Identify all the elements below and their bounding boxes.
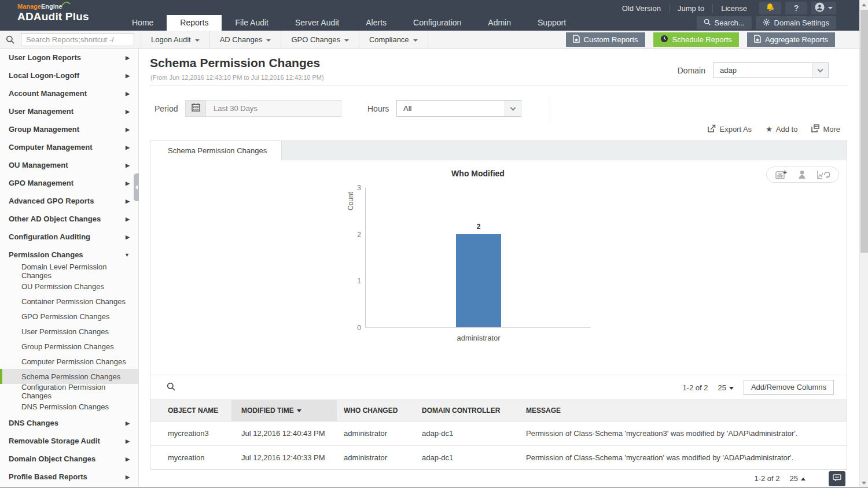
report-search-icon[interactable] [0,31,20,49]
jump-to-link[interactable]: Jump to [669,4,712,13]
domain-label: Domain [678,66,705,75]
nav-tab-server-audit[interactable]: Server Audit [282,15,352,31]
help-button[interactable]: ? [785,2,807,14]
sidebar-item-other-ad-object-changes[interactable]: Other AD Object Changes▶ [0,210,138,228]
refresh-chart-icon[interactable] [817,170,830,179]
search-icon [704,19,711,27]
sidebar-item-user-management[interactable]: User Management▶ [0,102,138,120]
page-scrollbar[interactable] [859,0,868,488]
page-size-dropdown[interactable]: 25 [790,474,806,483]
nav-tab-admin[interactable]: Admin [475,15,524,31]
sidebar-item-user-logon-reports[interactable]: User Logon Reports▶ [0,49,138,66]
cell-who-changed: administrator [337,446,415,470]
sidebar-item-profile-based-reports[interactable]: Profile Based Reports▶ [0,468,138,486]
menu-gpo-changes[interactable]: GPO Changes [281,31,359,49]
nav-tab-home[interactable]: Home [119,15,167,31]
add-remove-columns-button[interactable]: Add/Remove Columns [744,380,834,395]
user-avatar-icon [815,2,825,14]
notifications-button[interactable] [759,2,781,14]
menu-logon-audit[interactable]: Logon Audit [141,31,210,49]
aggregate-reports-button[interactable]: Aggregate Reports [747,32,835,47]
global-search-button[interactable]: Search... [697,16,752,29]
calendar-button[interactable] [185,100,206,117]
sidebar-item-schema-permission-changes[interactable]: Schema Permission Changes [0,369,138,384]
add-to-button[interactable]: ★ Add to [766,124,797,134]
sidebar-item-configuration-auditing[interactable]: Configuration Auditing▶ [0,228,138,246]
feedback-chat-button[interactable] [829,471,845,486]
nav-tab-file-audit[interactable]: File Audit [222,15,282,31]
hours-select[interactable]: All [396,100,521,117]
y-axis-label: Count [347,188,355,214]
sidebar-item-configuration-permission-changes[interactable]: Configuration Permission Changes [0,384,138,399]
schedule-reports-button[interactable]: Schedule Reports [653,32,739,47]
export-icon [708,124,716,134]
report-action-buttons: Custom Reports Schedule Reports Aggregat… [566,32,835,47]
y-tick-label: 1 [347,277,361,285]
sidebar-item-ou-permission-changes[interactable]: OU Permission Changes [0,279,138,294]
sidebar-item-gpo-permission-changes[interactable]: GPO Permission Changes [0,309,138,324]
user-menu-button[interactable] [811,2,836,14]
column-header-message[interactable]: MESSAGE [519,400,847,422]
sidebar-item-group-permission-changes[interactable]: Group Permission Changes [0,339,138,354]
tab-schema-permission-changes[interactable]: Schema Permission Changes [150,141,282,160]
select-dropdown-button[interactable] [505,101,521,116]
sidebar-item-advanced-gpo-reports[interactable]: Advanced GPO Reports▶ [0,192,138,210]
sidebar-item-gpo-management[interactable]: GPO Management▶ [0,174,138,192]
caret-down-icon [729,387,734,390]
chart-bar-administrator[interactable] [456,234,501,327]
table-row[interactable]: mycreation Jul 12,2016 12:40:33 PM admin… [150,446,847,470]
column-header-modified-time[interactable]: MODIFIED TIME [231,400,337,422]
sidebar-collapse-handle[interactable] [134,173,139,201]
table-search-icon[interactable] [167,382,175,393]
domain-settings-button[interactable]: Domain Settings [756,16,836,29]
column-header-who-changed[interactable]: WHO CHANGED [337,400,415,422]
table-header-row: OBJECT NAME MODIFIED TIME WHO CHANGED DO… [150,400,847,422]
sidebar-item-domain-object-changes[interactable]: Domain Object Changes▶ [0,450,138,468]
search-button-label: Search... [715,19,745,27]
select-dropdown-button[interactable] [812,63,828,77]
sidebar-item-computer-management[interactable]: Computer Management▶ [0,138,138,156]
table-row[interactable]: mycreation3 Jul 12,2016 12:40:43 PM admi… [150,422,847,446]
sidebar-item-ou-management[interactable]: OU Management▶ [0,156,138,174]
sidebar-item-group-management[interactable]: Group Management▶ [0,120,138,138]
page-size-dropdown[interactable]: 25 [718,383,733,392]
domain-selected-value: adap [720,66,737,75]
user-chart-icon[interactable] [797,170,807,179]
nav-tab-support[interactable]: Support [524,15,579,31]
nav-tab-reports[interactable]: Reports [167,15,222,31]
sidebar-item-permission-changes[interactable]: Permission Changes▼ [0,246,138,264]
cell-message: Permission of Class-Schema 'mycreation' … [519,446,847,470]
sidebar-item-dns-permission-changes[interactable]: DNS Permission Changes [0,399,138,414]
report-search-input[interactable] [21,33,134,46]
sidebar-item-removable-storage-audit[interactable]: Removable Storage Audit▶ [0,432,138,450]
sidebar-item-dns-changes[interactable]: DNS Changes▶ [0,414,138,432]
chevron-right-icon: ▶ [126,91,130,97]
sidebar-item-account-management[interactable]: Account Management▶ [0,84,138,102]
sidebar-item-container-permission-changes[interactable]: Container Permission Changes [0,294,138,309]
sidebar-item-user-permission-changes[interactable]: User Permission Changes [0,324,138,339]
column-header-object-name[interactable]: OBJECT NAME [150,400,231,422]
nav-tab-configuration[interactable]: Configuration [400,15,475,31]
domain-selector-row: Domain adap [678,62,829,78]
scrollbar-thumb[interactable] [860,10,868,253]
nav-tab-alerts[interactable]: Alerts [352,15,400,31]
chevron-right-icon: ▶ [126,55,130,61]
menu-ad-changes[interactable]: AD Changes [210,31,282,49]
sidebar-item-domain-level-permission-changes[interactable]: Domain Level Permission Changes [0,264,138,279]
domain-select[interactable]: adap [713,62,829,78]
sidebar-item-local-logon-logoff[interactable]: Local Logon-Logoff▶ [0,66,138,84]
scroll-up-arrow[interactable] [860,0,868,10]
period-input[interactable]: Last 30 Days [206,100,341,117]
column-header-domain-controller[interactable]: DOMAIN CONTROLLER [415,400,519,422]
sidebar-item-computer-permission-changes[interactable]: Computer Permission Changes [0,354,138,369]
menu-compliance[interactable]: Compliance [359,31,428,49]
manageengine-logo[interactable]: ManageEngine ADAudit Plus [17,3,89,23]
export-as-button[interactable]: Export As [708,124,752,134]
license-link[interactable]: License [712,4,755,13]
report-tab-strip: Schema Permission Changes [150,141,847,160]
chevron-right-icon: ▶ [126,162,130,168]
more-button[interactable]: More [811,124,840,134]
add-chart-icon[interactable] [775,170,787,179]
custom-reports-button[interactable]: Custom Reports [566,32,645,47]
old-version-link[interactable]: Old Version [614,4,669,13]
